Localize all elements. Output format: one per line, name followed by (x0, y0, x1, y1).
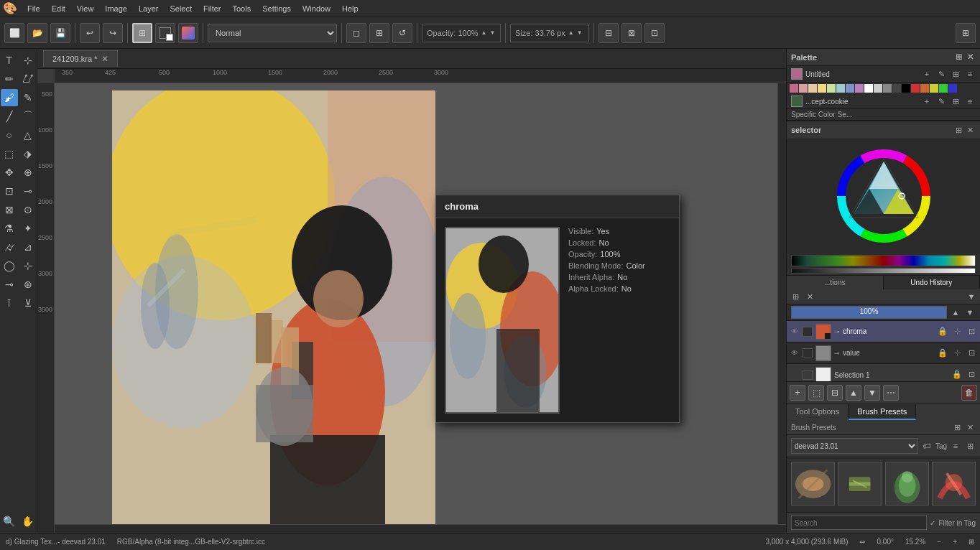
polygon-tool[interactable]: △ (19, 126, 37, 144)
palette-edit-btn[interactable]: ✎ (935, 68, 947, 80)
swatch-18[interactable] (948, 84, 957, 93)
ellipse-select-tool[interactable]: ◯ (1, 257, 18, 274)
move-tool[interactable]: ✥ (1, 164, 18, 181)
pencil-tool[interactable]: ✎ (19, 89, 37, 106)
bp-item-2[interactable] (838, 462, 882, 505)
bp-grid-btn[interactable]: ⊞ (964, 440, 976, 452)
opacity-up[interactable]: ▲ (481, 29, 487, 36)
palette-row2-grid[interactable]: ⊞ (950, 95, 961, 107)
menu-view[interactable]: View (71, 3, 100, 14)
mirror-h-button[interactable]: ⊟ (598, 23, 619, 43)
cs-maximize-btn[interactable]: ⊞ (953, 124, 964, 136)
status-fullscreen-btn[interactable]: ⊞ (969, 538, 974, 546)
canvas-scrollbar-vertical[interactable] (777, 83, 786, 524)
canvas-scrollbar-horizontal[interactable] (55, 524, 786, 533)
swatch-3[interactable] (808, 84, 817, 93)
swatch-16[interactable] (930, 84, 938, 93)
swatch-17[interactable] (939, 84, 948, 93)
layer-inherit-chroma[interactable]: ⊹ (951, 326, 963, 337)
bp-search-input[interactable] (791, 516, 927, 530)
menu-filter[interactable]: Filter (198, 3, 226, 14)
lower-layer-btn[interactable]: ▼ (864, 385, 880, 401)
menu-file[interactable]: File (22, 3, 46, 14)
palette-add-btn[interactable]: + (921, 68, 933, 80)
bp-item-3[interactable] (885, 462, 929, 505)
layers-filter-btn[interactable]: ▼ (966, 291, 977, 302)
contiguous-select-tool[interactable]: ⊹ (19, 257, 37, 274)
fg-color[interactable] (155, 23, 175, 43)
bp-item-4[interactable] (932, 462, 976, 505)
zoom-tool[interactable]: 🔍 (1, 513, 18, 530)
swatch-2[interactable] (799, 84, 808, 93)
magnetic-select-tool[interactable]: ⊺ (1, 294, 18, 312)
layer-lock-selection1[interactable]: 🔒 (951, 369, 963, 381)
alpha-lock-button[interactable]: ⊞ (369, 23, 389, 43)
zoom-in-btn[interactable]: + (953, 538, 957, 546)
freehand-select-tool[interactable]: ⬗ (19, 145, 37, 162)
add-mask-btn[interactable]: ⬚ (808, 385, 824, 401)
ellipse-tool[interactable]: ○ (1, 126, 18, 144)
text-tool[interactable]: ⊹ (19, 52, 37, 69)
menu-edit[interactable]: Edit (46, 3, 71, 14)
color-wheel-container[interactable] (787, 139, 980, 253)
menu-help[interactable]: Help (336, 3, 364, 14)
wand-select-tool[interactable]: ⊻ (19, 294, 37, 312)
deform-tool[interactable]: ⌭ (1, 238, 18, 256)
undo-button[interactable]: ↩ (80, 23, 100, 43)
layer-options-selection1[interactable]: ⊡ (966, 369, 977, 381)
redo-button[interactable]: ↪ (103, 23, 123, 43)
swatch-10[interactable] (874, 84, 882, 93)
new-button[interactable]: ⬜ (4, 23, 24, 43)
brightness-bar[interactable] (791, 268, 976, 274)
paint-brush-tool[interactable]: 🖌 (1, 89, 18, 106)
canvas-viewport[interactable]: 350 425 500 1000 1500 2000 2500 3000 500… (37, 69, 786, 533)
open-button[interactable]: 📂 (27, 23, 47, 43)
smart-patch-tool[interactable]: ✦ (19, 220, 37, 237)
delete-layer-btn[interactable]: 🗑 (961, 385, 977, 401)
canvas-tab-file[interactable]: 241209.kra * ✕ (43, 50, 118, 67)
freehand-tool[interactable]: ⌰ (19, 70, 37, 88)
layer-item-selection1[interactable]: Selection 1 🔒 ⊡ (787, 364, 980, 381)
size-up[interactable]: ▲ (568, 29, 574, 36)
swatch-8[interactable] (855, 84, 864, 93)
rect-select-tool[interactable]: ⬚ (1, 145, 18, 162)
line-tool[interactable]: ╱ (1, 108, 18, 125)
layer-item-chroma[interactable]: 👁 ⊸ chroma 🔒 ⊹ ⊡ (787, 321, 980, 342)
wrap-button[interactable]: ↺ (392, 23, 412, 43)
swatch-1[interactable] (790, 84, 798, 93)
gradient-tool[interactable]: ⊠ (1, 201, 18, 218)
opacity-down[interactable]: ▼ (489, 29, 495, 36)
layer-options-chroma[interactable]: ⊡ (966, 326, 977, 337)
choose-workspace-button[interactable]: ⊞ (956, 23, 976, 43)
tab-tool-options[interactable]: Tool Options (787, 404, 849, 420)
palette-close-btn[interactable]: ✕ (964, 52, 976, 63)
pan-tool[interactable]: ✋ (19, 513, 37, 530)
transform-tool[interactable]: ⊕ (19, 164, 37, 181)
zoom-out-btn[interactable]: − (937, 538, 941, 546)
palette-row2-edit[interactable]: ✎ (935, 95, 947, 107)
swatch-5[interactable] (827, 84, 836, 93)
layer-visibility-chroma[interactable]: 👁 (790, 327, 800, 337)
bezier-tool[interactable]: ⌒ (19, 108, 37, 125)
swatch-7[interactable] (846, 84, 854, 93)
bp-close-btn[interactable]: ✕ (964, 421, 976, 433)
layers-maximize-btn[interactable]: ⊞ (790, 291, 801, 302)
palette-grid-btn[interactable]: ⊞ (950, 68, 961, 80)
menu-select[interactable]: Select (164, 3, 198, 14)
pattern-button[interactable]: ⊞ (132, 23, 152, 43)
size-down[interactable]: ▼ (577, 29, 583, 36)
layer-visibility-value[interactable]: 👁 (790, 348, 800, 358)
layer-item-value[interactable]: 👁 ⊸ value 🔒 ⊹ ⊡ (787, 342, 980, 364)
bp-maximize-btn[interactable]: ⊞ (951, 421, 963, 433)
palette-list-btn[interactable]: ≡ (964, 68, 976, 80)
flatten-btn[interactable]: ⊟ (827, 385, 843, 401)
raise-layer-btn[interactable]: ▲ (846, 385, 861, 401)
bp-preset-select[interactable]: deevad 23.01 (791, 438, 918, 454)
brush-tool[interactable]: ✏ (1, 70, 18, 88)
bp-list-btn[interactable]: ≡ (950, 440, 961, 452)
menu-tools[interactable]: Tools (227, 3, 257, 14)
tab-undo-history[interactable]: Undo History (884, 276, 981, 289)
canvas-tab-close[interactable]: ✕ (101, 54, 108, 64)
layer-options-value[interactable]: ⊡ (966, 348, 977, 359)
layers-close-btn[interactable]: ✕ (804, 291, 815, 302)
